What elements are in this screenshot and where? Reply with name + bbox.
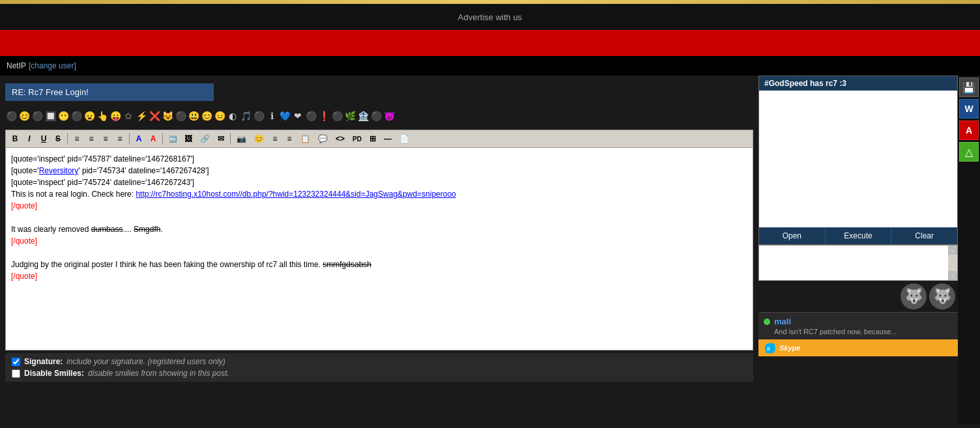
doc-button[interactable]: 📄 [396,132,412,145]
scroll-up[interactable]: ▲ [948,246,957,255]
smiley-9[interactable]: 😛 [109,110,121,122]
editor-toolbar: B I U S ≡ ≡ ≡ ≡ A A 🔤 🖼 🔗 ✉ 📷 😊 [6,130,753,148]
toolbar-sep-3 [162,133,163,145]
username-label: NetIP [7,61,26,70]
mycode-button[interactable]: 📋 [297,132,313,145]
skype-logo: S [764,342,775,354]
content-line-5: [/quote] [11,200,747,212]
smiley-5[interactable]: 😶 [57,110,69,122]
smiley-3[interactable]: ⚫ [31,110,43,122]
content-line-8: Judging by the original poster I think h… [11,259,747,270]
scrollbar[interactable]: ▲ ▼ [948,246,957,280]
bold-button[interactable]: B [8,132,22,145]
red-bar [0,30,980,56]
smiley-18[interactable]: ◐ [227,110,238,122]
smiley-4[interactable]: 🔲 [44,110,56,122]
toolbar-sep-2 [129,133,130,145]
content-line-4: This is not a real login. Check here: ht… [11,188,747,200]
smiley-7[interactable]: 😦 [83,110,95,122]
smiley-button[interactable]: 😊 [251,132,267,145]
code-button[interactable]: <> [332,132,348,145]
smiley-29[interactable]: ⚫ [370,110,382,122]
smiley-27[interactable]: 🌿 [344,110,356,122]
open-button[interactable]: Open [759,227,826,244]
execute-button[interactable]: Execute [826,227,892,244]
script-content-area[interactable] [759,91,957,227]
disable-smilies-checkbox[interactable] [12,369,20,378]
list2-button[interactable]: ≡ [283,132,296,145]
script-output-content [759,246,957,251]
signature-option[interactable]: Signature: include your signature. (regi… [12,357,747,366]
editor-textarea[interactable]: [quote='inspect' pid='745787' dateline='… [6,148,753,350]
email-button[interactable]: ✉ [214,132,227,145]
smiley-8[interactable]: 👆 [96,110,108,122]
smiley-30[interactable]: 😈 [383,110,395,122]
align-left-button[interactable]: ≡ [70,132,83,145]
strikethrough-button[interactable]: S [51,132,65,145]
a-icon: A [966,125,972,136]
smiley-13[interactable]: 😺 [162,110,173,122]
italic-button[interactable]: I [23,132,36,145]
smiley-15[interactable]: 😃 [188,110,199,122]
align-justify-button[interactable]: ≡ [113,132,126,145]
smiley-21[interactable]: ℹ [266,110,278,122]
change-user-link[interactable]: [change user] [29,61,76,70]
title-input[interactable] [5,83,214,101]
avatar-2-icon: 🐺 [934,288,951,305]
font-size-button[interactable]: A [147,132,160,145]
w-icon-button[interactable]: W [959,99,979,119]
smiley-6[interactable]: ⚫ [70,110,82,122]
align-center-button[interactable]: ≡ [85,132,98,145]
skype-bar[interactable]: S Skype [758,339,958,356]
w-icon: W [964,104,973,114]
toolbar-sep-4 [230,133,231,145]
disk-icon: 💾 [962,81,975,94]
smiley-22[interactable]: 💙 [279,110,291,122]
underline-button[interactable]: U [37,132,50,145]
font-select-button[interactable]: 🔤 [166,132,180,145]
list-button[interactable]: ≡ [268,132,281,145]
smiley-20[interactable]: ⚫ [253,110,265,122]
image-button[interactable]: 🖼 [181,132,195,145]
smiley-23[interactable]: ❤ [292,110,304,122]
smiley-10[interactable]: ✩ [122,110,134,122]
scroll-down[interactable]: ▼ [948,271,957,280]
avatar-1-icon: 🐺 [905,288,923,305]
a-icon-button[interactable]: A [959,121,979,140]
video-button[interactable]: 📷 [233,132,250,145]
smiley-26[interactable]: ⚫ [331,110,343,122]
table-button[interactable]: ⊞ [366,132,379,145]
disable-smilies-option[interactable]: Disable Smilies: disable smilies from sh… [12,369,747,378]
signature-desc: include your signature. (registered user… [66,357,225,366]
link-button[interactable]: 🔗 [197,132,213,145]
avatar-area: 🐺 🐺 [758,281,958,312]
smiley-19[interactable]: 🎵 [240,110,252,122]
align-right-button[interactable]: ≡ [99,132,112,145]
avatar-2: 🐺 [929,283,955,309]
smiley-11[interactable]: ⚡ [136,110,147,122]
disk-icon-button[interactable]: 💾 [959,78,979,97]
smiley-14[interactable]: ⚫ [175,110,186,122]
drive-icon-button[interactable]: △ [959,142,979,162]
advertise-bar: Advertise with us [0,4,980,30]
php-button[interactable]: PD [349,132,365,145]
script-editor-box: #GodSpeed has rc7 :3 Open Execute Clear [758,76,958,245]
content-line-2: [quote='Reversitory' pid='745734' dateli… [11,165,747,177]
quote-button[interactable]: 💬 [315,132,331,145]
smiley-28[interactable]: 🏦 [357,110,369,122]
smiley-12[interactable]: ❌ [149,110,160,122]
signature-checkbox[interactable] [12,358,20,366]
content-line-1: [quote='inspect' pid='745787' dateline='… [11,153,747,165]
svg-text:S: S [767,346,771,352]
smiley-16[interactable]: 😊 [201,110,212,122]
skype-user-row: mali [764,317,953,326]
smiley-17[interactable]: 😑 [214,110,225,122]
smiley-2[interactable]: 😊 [18,110,30,122]
hr-button[interactable]: — [381,132,395,145]
bottom-options: Signature: include your signature. (regi… [5,353,753,382]
font-color-button[interactable]: A [132,132,145,145]
smiley-25[interactable]: ❗ [318,110,330,122]
smiley-24[interactable]: ⚫ [305,110,317,122]
smiley-1[interactable]: ⚫ [5,110,17,122]
clear-button[interactable]: Clear [891,227,957,244]
